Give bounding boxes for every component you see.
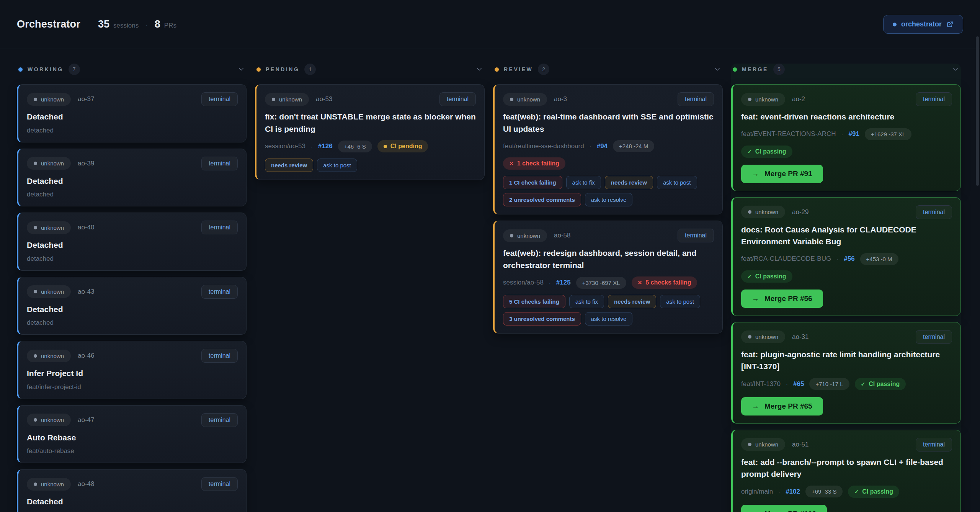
card-title: Detached: [27, 303, 238, 316]
vertical-scrollbar[interactable]: [976, 36, 979, 186]
column-working: WORKING 7 unknown ao-37 terminal Detache…: [17, 64, 247, 512]
action-button-needs-review[interactable]: needs review: [605, 176, 653, 189]
terminal-button[interactable]: terminal: [916, 92, 952, 106]
card-title: feat: add --branch/--prompt to spawn CLI…: [741, 456, 952, 480]
column-label: PENDING: [266, 66, 299, 72]
chevron-down-icon[interactable]: [237, 65, 245, 73]
merge-pr-button[interactable]: →Merge PR #91: [741, 165, 823, 183]
ci-status-badge: ✓CI passing: [848, 486, 899, 498]
action-button-2-unresolved-comments[interactable]: 2 unresolved comments: [503, 193, 581, 206]
terminal-button[interactable]: terminal: [201, 221, 238, 234]
card-title: fix: don't treat UNSTABLE merge state as…: [265, 111, 476, 135]
external-link-icon: [946, 21, 954, 28]
card-meta: session/ao-53 · #126 +46 -6 S CI pending: [265, 140, 476, 152]
session-id: ao-47: [78, 416, 94, 424]
check-icon: ✓: [747, 273, 752, 280]
arrow-right-icon: →: [752, 402, 759, 411]
action-button-ask-to-post[interactable]: ask to post: [657, 176, 697, 189]
terminal-button[interactable]: terminal: [678, 92, 714, 106]
card-header: unknown ao-29 terminal: [741, 205, 952, 219]
terminal-button[interactable]: terminal: [916, 330, 952, 344]
pr-number-link[interactable]: #102: [786, 488, 800, 496]
action-button-ask-to-fix[interactable]: ask to fix: [569, 295, 604, 308]
branch-label: detached: [27, 255, 238, 263]
meta-separator: ·: [549, 280, 551, 286]
card-title: Detached: [27, 111, 238, 123]
merge-pr-button[interactable]: →Merge PR #65: [741, 397, 823, 415]
action-button-needs-review[interactable]: needs review: [265, 159, 313, 172]
session-id: ao-53: [316, 95, 332, 103]
chevron-down-icon[interactable]: [714, 65, 721, 73]
meta-separator: ·: [778, 488, 780, 495]
merge-pr-button[interactable]: →Merge PR #102: [741, 505, 827, 512]
chevron-down-icon[interactable]: [475, 65, 483, 73]
pr-number-link[interactable]: #56: [844, 255, 854, 263]
terminal-button[interactable]: terminal: [439, 92, 476, 106]
action-button-5-ci-checks-failing[interactable]: 5 CI checks failing: [503, 295, 565, 308]
session-card[interactable]: unknown ao-37 terminal Detacheddetached: [17, 84, 247, 142]
pr-number-link[interactable]: #125: [556, 279, 571, 286]
card-meta: feat/INT-1370 · #65 +710 -17 L ✓CI passi…: [741, 378, 952, 390]
action-button-3-unresolved-comments[interactable]: 3 unresolved comments: [503, 312, 581, 326]
terminal-button[interactable]: terminal: [201, 413, 238, 427]
session-card[interactable]: unknown ao-53 terminal fix: don't treat …: [255, 84, 485, 180]
session-card[interactable]: unknown ao-46 terminal Infer Project Idf…: [17, 341, 247, 399]
prs-label: PRs: [164, 22, 176, 29]
branch-label: session/ao-53: [265, 142, 305, 150]
action-button-ask-to-fix[interactable]: ask to fix: [566, 176, 601, 189]
branch-label: feat/realtime-sse-dashboard: [503, 142, 584, 150]
card-title: Detached: [27, 175, 238, 187]
session-card[interactable]: unknown ao-48 terminal Detacheddetached: [17, 469, 247, 512]
card-header: unknown ao-53 terminal: [265, 92, 476, 106]
session-card[interactable]: unknown ao-3 terminal feat(web): real-ti…: [493, 84, 723, 214]
pr-number-link[interactable]: #65: [793, 380, 804, 388]
terminal-button[interactable]: terminal: [678, 229, 714, 242]
terminal-button[interactable]: terminal: [201, 157, 238, 170]
session-card[interactable]: unknown ao-40 terminal Detacheddetached: [17, 213, 247, 271]
session-card[interactable]: unknown ao-58 terminal feat(web): redesi…: [493, 221, 723, 334]
action-button-needs-review[interactable]: needs review: [608, 295, 656, 308]
agent-badge: unknown: [27, 285, 71, 298]
session-card[interactable]: unknown ao-51 terminal feat: add --branc…: [731, 430, 961, 512]
diff-stat-badge: +3730 -697 XL: [576, 277, 626, 289]
agent-badge: unknown: [27, 221, 71, 234]
meta-separator: ·: [590, 143, 591, 149]
merge-pr-button[interactable]: →Merge PR #56: [741, 290, 823, 308]
terminal-button[interactable]: terminal: [201, 477, 238, 491]
agent-dot-icon: [34, 98, 37, 101]
terminal-button[interactable]: terminal: [201, 92, 238, 106]
action-button-ask-to-resolve[interactable]: ask to resolve: [585, 193, 633, 206]
agent-badge: unknown: [265, 93, 309, 106]
action-button-ask-to-post[interactable]: ask to post: [660, 295, 700, 308]
action-button-ask-to-resolve[interactable]: ask to resolve: [585, 312, 633, 326]
terminal-button[interactable]: terminal: [916, 205, 952, 219]
diff-stat-badge: +248 -24 M: [613, 140, 654, 152]
pr-number-link[interactable]: #94: [597, 142, 608, 150]
pr-number-link[interactable]: #126: [318, 142, 333, 150]
card-title: feat(web): redesign dashboard, session d…: [503, 247, 714, 271]
arrow-right-icon: →: [752, 294, 759, 303]
session-id: ao-3: [554, 95, 567, 103]
session-card[interactable]: unknown ao-31 terminal feat: plugin-agno…: [731, 322, 961, 424]
terminal-button[interactable]: terminal: [201, 285, 238, 299]
terminal-button[interactable]: terminal: [201, 349, 238, 363]
check-icon: ✓: [747, 149, 752, 155]
session-card[interactable]: unknown ao-2 terminal feat: event-driven…: [731, 84, 961, 191]
repo-link-button[interactable]: orchestrator: [883, 15, 963, 34]
action-button-ask-to-post[interactable]: ask to post: [317, 159, 357, 172]
session-card[interactable]: unknown ao-39 terminal Detacheddetached: [17, 149, 247, 207]
session-card[interactable]: unknown ao-47 terminal Auto Rebasefeat/a…: [17, 405, 247, 463]
pr-number-link[interactable]: #91: [849, 130, 859, 138]
meta-separator: ·: [841, 131, 843, 137]
session-card[interactable]: unknown ao-29 terminal docs: Root Cause …: [731, 197, 961, 316]
ci-status-badge: ✓CI passing: [741, 270, 792, 283]
check-icon: ✓: [854, 489, 859, 495]
action-button-1-ci-check-failing[interactable]: 1 CI check failing: [503, 176, 562, 189]
column-status-dot: [733, 67, 737, 72]
session-card[interactable]: unknown ao-43 terminal Detacheddetached: [17, 277, 247, 335]
agent-badge: unknown: [741, 330, 785, 343]
pending-dot-icon: [384, 145, 387, 148]
card-meta: origin/main · #102 +69 -33 S ✓CI passing: [741, 486, 952, 498]
chevron-down-icon[interactable]: [952, 65, 959, 73]
terminal-button[interactable]: terminal: [916, 438, 952, 451]
